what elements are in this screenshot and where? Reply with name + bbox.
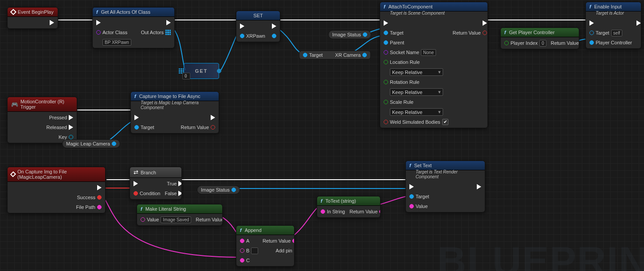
- node-get-player-controller[interactable]: fGet Player Controller Player Index0 Ret…: [500, 27, 579, 49]
- node-enable-input[interactable]: fEnable Input Target is Actor Targetself…: [585, 2, 641, 49]
- actor-class-pin[interactable]: Actor Class: [96, 29, 131, 36]
- watermark: BLUEPRIN: [437, 239, 644, 271]
- var-image-status[interactable]: Image Status: [328, 30, 371, 39]
- node-capture-image[interactable]: fCapture Image to File Async Target is M…: [130, 91, 219, 134]
- var-image-status-2[interactable]: Image Status: [197, 185, 240, 194]
- node-event-beginplay[interactable]: Event BeginPlay: [7, 7, 58, 29]
- node-motion-trigger[interactable]: 🎮MotionController (R) Trigger Pressed Re…: [7, 97, 77, 143]
- exec-out[interactable]: [50, 19, 54, 26]
- node-make-literal-string[interactable]: fMake Literal String ValueImage Saved Re…: [137, 204, 223, 226]
- node-set[interactable]: SET XRPawn: [236, 11, 280, 42]
- node-on-capture[interactable]: On Capture Img to File (MagicLeapCamera)…: [7, 167, 106, 213]
- node-branch[interactable]: ⇄Branch Condition TrueFalse: [130, 167, 182, 200]
- out[interactable]: [217, 69, 221, 73]
- var-ml-camera[interactable]: Magic Leap Camera: [62, 139, 120, 148]
- node-get-all-actors[interactable]: fGet All Actors Of Class Actor Class BP …: [92, 7, 175, 48]
- node-append[interactable]: fAppend A B C Return Value Add pin+: [236, 225, 295, 267]
- gamepad-icon: 🎮: [11, 101, 18, 108]
- header: Event BeginPlay: [8, 8, 58, 17]
- node-attach[interactable]: fAttachToComponent Target is Scene Compo…: [380, 2, 488, 128]
- out-actors[interactable]: Out Actors: [141, 29, 171, 36]
- node-set-text[interactable]: fSet Text Target is Text Render Componen…: [405, 161, 485, 212]
- exec-out[interactable]: [141, 19, 171, 26]
- node-xrcamera[interactable]: Target XR Camera: [299, 51, 371, 59]
- exec-in[interactable]: [96, 19, 131, 26]
- node-array-get[interactable]: GET 0: [184, 63, 219, 79]
- node-totext[interactable]: fToText (string) In String Return Value: [317, 196, 381, 218]
